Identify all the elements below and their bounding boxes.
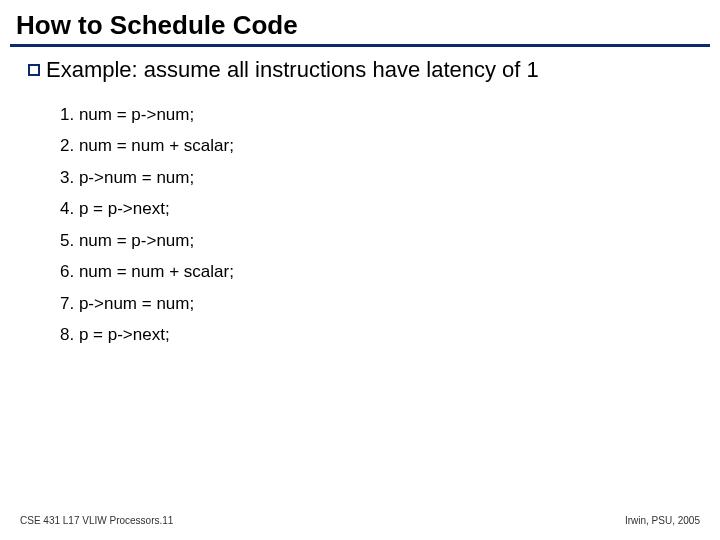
list-item: 2. num = num + scalar; bbox=[60, 130, 700, 161]
list-item: 3. p->num = num; bbox=[60, 162, 700, 193]
bullet-text: Example: assume all instructions have la… bbox=[46, 57, 539, 83]
footer-left: CSE 431 L17 VLIW Processors.11 bbox=[20, 515, 173, 526]
list-item: 8. p = p->next; bbox=[60, 319, 700, 350]
page-title: How to Schedule Code bbox=[10, 10, 710, 47]
list-item: 4. p = p->next; bbox=[60, 193, 700, 224]
list-item: 5. num = p->num; bbox=[60, 225, 700, 256]
footer-right: Irwin, PSU, 2005 bbox=[625, 515, 700, 526]
list-item: 7. p->num = num; bbox=[60, 288, 700, 319]
list-item: 1. num = p->num; bbox=[60, 99, 700, 130]
list-item: 6. num = num + scalar; bbox=[60, 256, 700, 287]
square-bullet-icon bbox=[28, 64, 40, 76]
title-wrap: How to Schedule Code bbox=[0, 0, 720, 47]
content-area: Example: assume all instructions have la… bbox=[0, 47, 720, 351]
footer: CSE 431 L17 VLIW Processors.11 Irwin, PS… bbox=[0, 515, 720, 526]
code-list: 1. num = p->num; 2. num = num + scalar; … bbox=[28, 83, 700, 351]
bullet-row: Example: assume all instructions have la… bbox=[28, 57, 700, 83]
